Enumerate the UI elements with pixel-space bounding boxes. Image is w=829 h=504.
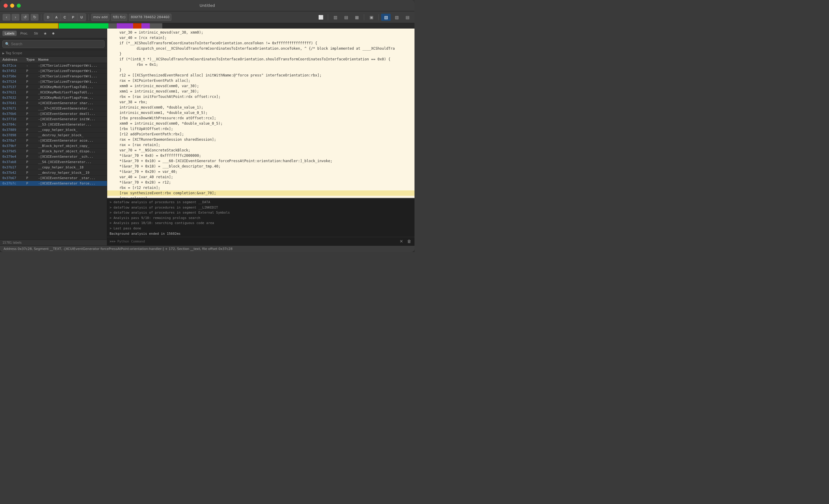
- code-line: *(&var_70 + 0x8) = 0xffffffffc2000000;: [107, 153, 414, 158]
- mem-seg-7: [150, 23, 162, 29]
- table-row[interactable]: 0x3771dP-[XCUIEventGenerator initW...: [0, 117, 107, 122]
- labels-count: 15781 labels: [2, 241, 22, 244]
- labels-table[interactable]: Address Type Name 0x372ca--[XCTSerialize…: [0, 56, 107, 239]
- table-row[interactable]: 0x37ab8P__54-[XCUIEventGenerator...: [0, 159, 107, 165]
- mode-segment: D A C P U: [44, 13, 86, 21]
- table-body: 0x372ca--[XCTSerializedTransportWri...0x…: [0, 63, 107, 186]
- console-trash-button[interactable]: 🗑: [406, 238, 412, 244]
- seg-p-button[interactable]: P: [69, 14, 77, 21]
- console-clear-button[interactable]: ✕: [398, 238, 404, 244]
- table-row[interactable]: 0x37452P-[XCTSerializedTransportWri...: [0, 69, 107, 74]
- console-line-7: Background analysis ended in 15602ms: [110, 231, 412, 236]
- redo-button[interactable]: ↻: [30, 14, 39, 21]
- table-row[interactable]: 0x37b17P__copy_helper_block__18: [0, 165, 107, 170]
- code-scroll[interactable]: var_30 = intrinsic_movsd(var_30, xmm0); …: [107, 29, 414, 198]
- tab-proc[interactable]: Proc.: [18, 31, 30, 36]
- traffic-lights: [4, 4, 21, 8]
- table-row[interactable]: 0x379e4P-[XCUIEventGenerator _sch...: [0, 154, 107, 159]
- tab-str[interactable]: Str: [32, 31, 40, 36]
- mov-add-chip: mov add: [91, 14, 110, 21]
- tab-favorites[interactable]: ★: [42, 30, 49, 37]
- status-text: Address 0x37c28, Segment __TEXT, -[XCUIE…: [4, 247, 232, 251]
- console-input[interactable]: [117, 239, 397, 243]
- table-row[interactable]: 0x3784cP__53-[XCUIEventGenerator...: [0, 122, 107, 127]
- code-line: intrinsic_movsd(xmm1, *double_value_0_5)…: [107, 110, 414, 115]
- code-line: [rbx liftUpAtOffset:rdx];: [107, 126, 414, 131]
- code-line: rax = [XCPointerEventPath alloc];: [107, 78, 414, 83]
- code-line: var_40 = [var_40 retain];: [107, 175, 414, 180]
- divider-1: [41, 14, 41, 20]
- chip-icon[interactable]: ⬜: [316, 14, 325, 21]
- search-box[interactable]: 🔍: [2, 40, 105, 48]
- seg-d-button[interactable]: D: [44, 14, 52, 21]
- bottom-toggle-button[interactable]: ▨: [392, 14, 401, 21]
- table-row[interactable]: 0x372ca--[XCTSerializedTransportWri...: [0, 63, 107, 69]
- code-line: rax = [rax retain];: [107, 142, 414, 148]
- tab-dot[interactable]: ●: [50, 30, 57, 37]
- code-line: rbx = 0x1;: [107, 62, 414, 67]
- table-row[interactable]: 0x37632P_XCUIKeyModifierFlagsFrom...: [0, 95, 107, 101]
- mem-seg-6: [141, 23, 150, 29]
- table-row[interactable]: 0x37b67P-[XCUIEventGenerator _star...: [0, 176, 107, 181]
- code-line: *(&var_70 + 0x28) = r12;: [107, 180, 414, 185]
- sidebar-tabs: Labels Proc. Str ★ ●: [0, 29, 107, 38]
- table-row[interactable]: 0x3750eP-[XCTSerializedTransportWri...: [0, 74, 107, 79]
- tab-labels[interactable]: Labels: [2, 31, 17, 36]
- code-line: dispatch_once(__XCShouldTransformCoordin…: [107, 46, 414, 51]
- search-icon: 🔍: [5, 42, 9, 46]
- divider-5: [379, 14, 379, 20]
- full-toggle-button[interactable]: ▤: [403, 14, 412, 21]
- col-name: Name: [38, 58, 105, 62]
- tag-scope-arrow: ▶: [2, 52, 4, 55]
- layout2-button[interactable]: ▤: [341, 14, 351, 21]
- table-header: Address Type Name: [0, 56, 107, 63]
- table-row[interactable]: 0x37898P__destroy_helper_block_: [0, 133, 107, 138]
- code-line: [rbx pressDownWithPressure:rdx atOffset:…: [107, 115, 414, 121]
- table-row[interactable]: 0x37537P_XCUIKeyModifierFlagsToDi...: [0, 84, 107, 90]
- table-row[interactable]: 0x376b6P-[XCUIEventGenerator deall...: [0, 111, 107, 117]
- forward-button[interactable]: ›: [11, 14, 20, 21]
- console-input-row: >>> ✕ 🗑: [107, 237, 414, 245]
- console-line-2: > dataflow analysis of procedures in seg…: [110, 205, 412, 210]
- mem-seg-2: [59, 23, 108, 29]
- console-prompt: >>>: [110, 239, 115, 243]
- memory-bar: [0, 23, 414, 29]
- maximize-button[interactable]: [17, 4, 21, 8]
- table-row[interactable]: 0x37b7cP-[XCUIEventGenerator force...: [0, 181, 107, 186]
- table-row[interactable]: 0x37889P__copy_helper_block_: [0, 127, 107, 133]
- func-chip-label: f(B) f(c): [113, 15, 125, 19]
- layout1-button[interactable]: ▥: [330, 14, 340, 21]
- table-row[interactable]: 0x37b42P__destroy_helper_block__19: [0, 170, 107, 176]
- sidebar-toggle-button[interactable]: ▧: [381, 14, 391, 21]
- table-row[interactable]: 0x37671P___37+[XCUIEventGenerator...: [0, 106, 107, 111]
- panel1-button[interactable]: ▣: [367, 14, 376, 21]
- code-line: var_70 = *__NSConcreteStackBlock;: [107, 148, 414, 153]
- table-row[interactable]: 0x37641P+[XCUIEventGenerator shar...: [0, 101, 107, 106]
- table-row[interactable]: 0x37524P-[XCTSerializedTransportWri...: [0, 79, 107, 84]
- tag-scope[interactable]: ▶ Tag Scope: [0, 50, 107, 56]
- console-area: > dataflow analysis of procedures in seg…: [107, 198, 414, 245]
- code-line: xmm1 = intrinsic_movsd(xmm1, var_38);: [107, 89, 414, 94]
- seg-c-button[interactable]: C: [61, 14, 69, 21]
- back-button[interactable]: ‹: [2, 14, 11, 21]
- code-line: xmm0 = intrinsic_movsd(xmm0, var_30);: [107, 83, 414, 89]
- minimize-button[interactable]: [10, 4, 14, 8]
- code-line: var_30 = intrinsic_movsd(var_30, xmm0);: [107, 30, 414, 35]
- code-line: *(&var_70 + 0x18) = ___block_descriptor_…: [107, 164, 414, 169]
- layout3-button[interactable]: ▦: [352, 14, 361, 21]
- code-line: [rax release];: [107, 196, 414, 198]
- code-line: r12 = [[XCSynthesizedEventRecord alloc] …: [107, 73, 414, 78]
- console-line-6: > Last pass done: [110, 226, 412, 231]
- table-row[interactable]: 0x379d5P__Block_byref_object_dispo...: [0, 149, 107, 154]
- undo-button[interactable]: ↺: [21, 14, 29, 21]
- code-line: rbx = [r12 retain];: [107, 185, 414, 190]
- table-row[interactable]: 0x379bfP__Block_byref_object_copy_: [0, 144, 107, 149]
- close-button[interactable]: [4, 4, 8, 8]
- table-row[interactable]: 0x37621P_XCUIKeyModifierFlagsToUl...: [0, 90, 107, 95]
- search-input[interactable]: [11, 42, 102, 46]
- seg-a-button[interactable]: A: [52, 14, 61, 21]
- seg-u-button[interactable]: U: [77, 14, 86, 21]
- code-line: intrinsic_movsd(xmm0, *double_value_1);: [107, 105, 414, 110]
- mem-seg-1: [0, 23, 58, 29]
- table-row[interactable]: 0x378a7P-[XCUIEventGenerator acce...: [0, 138, 107, 144]
